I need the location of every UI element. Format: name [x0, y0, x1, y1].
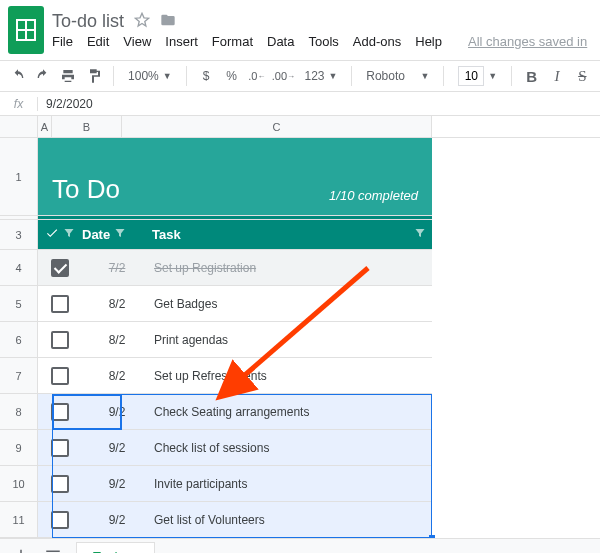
banner-progress: 1/10 completed	[329, 188, 418, 203]
row-header[interactable]: 11	[0, 502, 38, 538]
cell-date[interactable]: 8/2	[82, 297, 152, 311]
table-row[interactable]: 9/2Invite participants	[38, 466, 432, 502]
banner-title: To Do	[52, 174, 120, 205]
save-status[interactable]: All changes saved in	[468, 34, 587, 49]
sheets-app-icon[interactable]	[8, 6, 44, 54]
task-checkbox[interactable]	[51, 331, 69, 349]
cell-date[interactable]: 9/2	[82, 405, 152, 419]
row-header[interactable]: 7	[0, 358, 38, 394]
row-header[interactable]: 3	[0, 220, 38, 250]
bold-button[interactable]: B	[522, 65, 541, 87]
redo-button[interactable]	[33, 65, 52, 87]
font-family-select[interactable]: Roboto▼	[362, 65, 433, 87]
decrease-decimal-button[interactable]: .0←	[247, 65, 266, 87]
cell-date[interactable]: 9/2	[82, 477, 152, 491]
header-date: Date	[82, 227, 110, 242]
format-percent-button[interactable]: %	[222, 65, 241, 87]
table-row[interactable]: 8/2Print agendas	[38, 322, 432, 358]
row-header[interactable]: 9	[0, 430, 38, 466]
table-row[interactable]: 7/2Set up Registration	[38, 250, 432, 286]
task-checkbox[interactable]	[51, 439, 69, 457]
cell-task[interactable]: Set up Registration	[152, 261, 432, 275]
toolbar: 100%▼ $ % .0← .00→ 123▼ Roboto▼ ▼ B I S	[0, 60, 600, 92]
filter-icon[interactable]	[114, 227, 126, 242]
menu-view[interactable]: View	[123, 34, 151, 49]
cell-task[interactable]: Invite participants	[152, 477, 432, 491]
format-currency-button[interactable]: $	[197, 65, 216, 87]
menu-help[interactable]: Help	[415, 34, 442, 49]
document-title[interactable]: To-do list	[52, 11, 124, 32]
table-row[interactable]: 8/2Set up Refreshments	[38, 358, 432, 394]
spreadsheet-grid[interactable]: A B C 1 To Do 1/10 completed 3 Date	[0, 116, 600, 538]
menu-data[interactable]: Data	[267, 34, 294, 49]
row-header[interactable]: 10	[0, 466, 38, 502]
table-row[interactable]: 9/2Get list of Volunteers	[38, 502, 432, 538]
cell-task[interactable]: Set up Refreshments	[152, 369, 432, 383]
header-task: Task	[152, 227, 181, 242]
sheet-tab-bar: To do ▼	[0, 538, 600, 553]
fx-label: fx	[0, 97, 38, 111]
menu-edit[interactable]: Edit	[87, 34, 109, 49]
all-sheets-button[interactable]	[44, 546, 62, 553]
cell-date[interactable]: 8/2	[82, 333, 152, 347]
checkmark-icon	[45, 226, 59, 243]
task-checkbox[interactable]	[51, 367, 69, 385]
col-header-b[interactable]: B	[52, 116, 122, 137]
table-row[interactable]: 9/2Check Seating arrangements	[38, 394, 432, 430]
formula-bar[interactable]: 9/2/2020	[38, 97, 93, 111]
col-header-c[interactable]: C	[122, 116, 432, 137]
add-sheet-button[interactable]	[12, 546, 30, 553]
menu-tools[interactable]: Tools	[308, 34, 338, 49]
select-all-corner[interactable]	[0, 116, 38, 137]
banner-cell[interactable]: To Do 1/10 completed	[38, 138, 432, 216]
col-header-a[interactable]: A	[38, 116, 52, 137]
increase-decimal-button[interactable]: .00→	[272, 65, 294, 87]
row-header[interactable]: 4	[0, 250, 38, 286]
italic-button[interactable]: I	[547, 65, 566, 87]
task-checkbox[interactable]	[51, 511, 69, 529]
cell-date[interactable]: 9/2	[82, 441, 152, 455]
paint-format-button[interactable]	[84, 65, 103, 87]
table-row[interactable]: 9/2Check list of sessions	[38, 430, 432, 466]
filter-icon[interactable]	[414, 227, 426, 242]
font-size-input[interactable]	[458, 66, 484, 86]
row-header[interactable]: 1	[0, 138, 38, 216]
strikethrough-button[interactable]: S	[573, 65, 592, 87]
sheet-tab[interactable]: To do ▼	[76, 542, 155, 554]
zoom-select[interactable]: 100%▼	[124, 65, 176, 87]
number-format-select[interactable]: 123▼	[300, 65, 341, 87]
menu-addons[interactable]: Add-ons	[353, 34, 401, 49]
zoom-value: 100%	[128, 69, 159, 83]
print-button[interactable]	[59, 65, 78, 87]
row-header[interactable]: 5	[0, 286, 38, 322]
task-checkbox[interactable]	[51, 295, 69, 313]
move-folder-icon[interactable]	[160, 12, 176, 31]
table-row[interactable]: 8/2Get Badges	[38, 286, 432, 322]
table-header-row[interactable]: Date Task	[38, 220, 432, 250]
menu-insert[interactable]: Insert	[165, 34, 198, 49]
menubar: File Edit View Insert Format Data Tools …	[52, 34, 592, 49]
cell-task[interactable]: Check Seating arrangements	[152, 405, 432, 419]
undo-button[interactable]	[8, 65, 27, 87]
cell-date[interactable]: 8/2	[82, 369, 152, 383]
row-header[interactable]: 8	[0, 394, 38, 430]
task-checkbox[interactable]	[51, 403, 69, 421]
font-size-select[interactable]: ▼	[454, 65, 501, 87]
sheet-tab-label: To do	[93, 549, 125, 554]
cell-task[interactable]: Get Badges	[152, 297, 432, 311]
task-checkbox[interactable]	[51, 475, 69, 493]
menu-format[interactable]: Format	[212, 34, 253, 49]
row-header[interactable]: 6	[0, 322, 38, 358]
cell-date[interactable]: 7/2	[82, 261, 152, 275]
task-checkbox[interactable]	[51, 259, 69, 277]
cell-task[interactable]: Print agendas	[152, 333, 432, 347]
star-icon[interactable]	[134, 12, 150, 31]
cell-task[interactable]: Check list of sessions	[152, 441, 432, 455]
cell-task[interactable]: Get list of Volunteers	[152, 513, 432, 527]
cell-date[interactable]: 9/2	[82, 513, 152, 527]
filter-icon[interactable]	[63, 227, 75, 242]
menu-file[interactable]: File	[52, 34, 73, 49]
